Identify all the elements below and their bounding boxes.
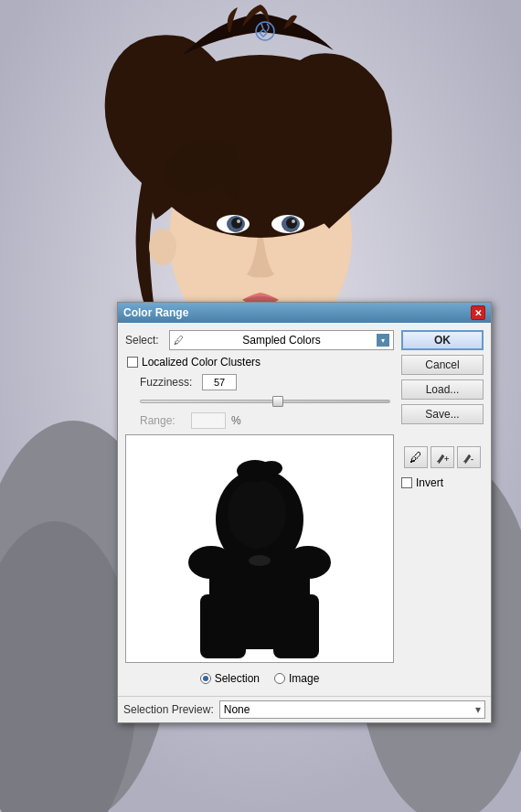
image-radio-button[interactable]	[274, 673, 285, 684]
svg-text:-: -	[471, 454, 473, 464]
svg-point-16	[292, 219, 295, 223]
fuzziness-slider-track[interactable]	[140, 400, 390, 403]
eyedropper-subtract-icon: -	[462, 449, 476, 466]
selection-radio-button[interactable]	[200, 673, 211, 684]
dialog-titlebar: Color Range ✕	[118, 303, 491, 323]
svg-point-32	[249, 555, 271, 566]
select-row: Select: 🖊 Sampled Colors ▾	[125, 330, 394, 350]
select-value: Sampled Colors	[242, 334, 320, 347]
svg-point-31	[260, 461, 282, 475]
fuzziness-slider-thumb[interactable]	[272, 396, 283, 407]
image-radio-item[interactable]: Image	[274, 672, 319, 685]
localized-color-checkbox[interactable]	[127, 357, 138, 368]
eyedropper-subtract-tool-button[interactable]: -	[457, 446, 481, 468]
svg-point-17	[149, 229, 176, 265]
cancel-button[interactable]: Cancel	[401, 355, 484, 375]
selection-preview-row: Selection Preview: None ▾	[118, 696, 491, 722]
preview-dropdown-arrow-icon: ▾	[475, 703, 481, 716]
select-dropdown[interactable]: 🖊 Sampled Colors ▾	[169, 330, 394, 350]
eyedropper-add-icon: +	[435, 449, 450, 466]
select-label: Select:	[125, 334, 164, 347]
preview-image-area	[125, 434, 394, 663]
invert-label: Invert	[416, 476, 443, 489]
selection-preview-value: None	[224, 703, 250, 716]
localized-color-label: Localized Color Clusters	[142, 356, 260, 369]
dialog-title: Color Range	[123, 306, 188, 319]
save-button[interactable]: Save...	[401, 404, 484, 424]
load-button[interactable]: Load...	[401, 379, 484, 400]
dialog-body: Select: 🖊 Sampled Colors ▾ Localized Col…	[118, 323, 491, 696]
selection-radio-item[interactable]: Selection	[200, 672, 260, 685]
svg-text:+: +	[444, 454, 449, 464]
selection-preview-dropdown[interactable]: None ▾	[219, 700, 485, 719]
fuzziness-slider-container	[125, 396, 394, 407]
invert-row: Invert	[401, 476, 484, 489]
eyedropper-icon: 🖊	[409, 450, 422, 465]
svg-point-14	[286, 218, 297, 229]
image-radio-label: Image	[289, 672, 319, 685]
eyedropper-cursor	[254, 20, 276, 42]
range-row: Range: %	[125, 412, 394, 429]
radio-row: Selection Image	[125, 668, 394, 689]
dropdown-arrow-icon: ▾	[377, 334, 389, 347]
range-unit: %	[231, 414, 241, 427]
svg-rect-29	[273, 594, 319, 658]
range-label: Range:	[140, 414, 186, 427]
eyedropper-icon-small: 🖊	[174, 335, 184, 346]
svg-point-27	[228, 479, 286, 549]
svg-point-13	[231, 218, 242, 229]
selection-radio-label: Selection	[215, 672, 260, 685]
dialog-left-panel: Select: 🖊 Sampled Colors ▾ Localized Col…	[125, 330, 394, 689]
ok-button[interactable]: OK	[401, 330, 484, 350]
fuzziness-label: Fuzziness:	[140, 376, 197, 389]
fuzziness-row: Fuzziness: 57	[125, 374, 394, 390]
eyedropper-add-tool-button[interactable]: +	[431, 446, 454, 468]
range-value-input	[191, 412, 226, 429]
color-range-dialog: Color Range ✕ Select: 🖊 Sampled Colors ▾	[117, 302, 492, 723]
invert-checkbox[interactable]	[401, 477, 412, 488]
fuzziness-value-input[interactable]: 57	[202, 374, 237, 390]
dialog-right-panel: OK Cancel Load... Save...	[401, 330, 484, 689]
dialog-close-button[interactable]: ✕	[471, 305, 485, 320]
eyedropper-tools-row: 🖊 + -	[401, 446, 484, 468]
svg-point-15	[237, 219, 240, 223]
eyedropper-tool-button[interactable]: 🖊	[404, 446, 428, 468]
svg-rect-28	[200, 594, 246, 658]
localized-color-checkbox-row: Localized Color Clusters	[125, 356, 394, 369]
selection-preview-label: Selection Preview:	[123, 703, 214, 716]
